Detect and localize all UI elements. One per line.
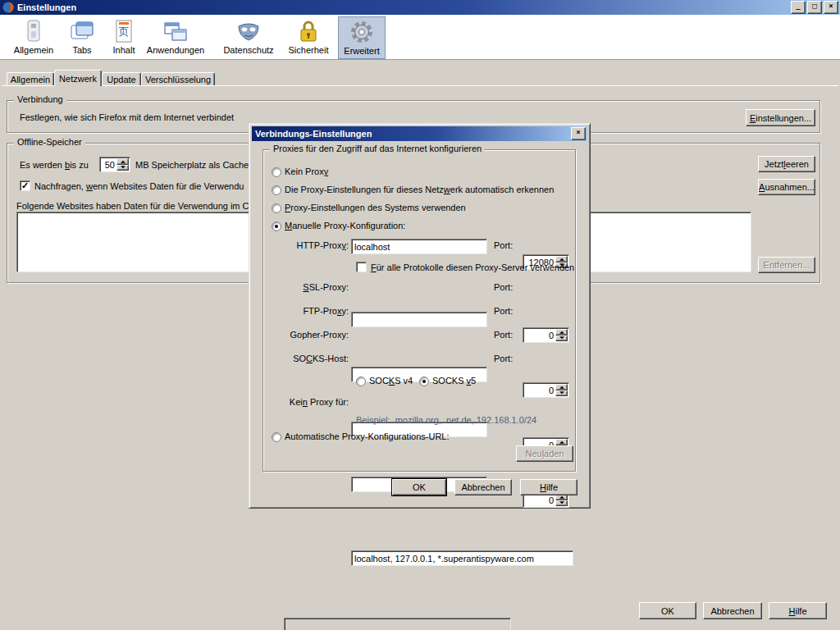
- close-button[interactable]: ×: [824, 1, 838, 14]
- no-proxy-radio[interactable]: [272, 167, 281, 177]
- spinner-down-button[interactable]: [116, 165, 129, 171]
- auto-detect-label: Die Proxy-Einstellungen für dieses Netzw…: [285, 185, 554, 194]
- cache-size-label-prefix: Es werden bis zu: [20, 160, 89, 170]
- clear-cache-button[interactable]: Jetzt leeren: [758, 156, 815, 172]
- spinner-up-button[interactable]: [116, 158, 129, 165]
- ask-storage-checkbox[interactable]: ✓: [20, 180, 30, 191]
- system-proxy-label: Proxy-Einstellungen des Systems verwende…: [285, 203, 466, 212]
- tab-update[interactable]: Update: [102, 72, 141, 85]
- dialog-ok-button[interactable]: OK: [392, 479, 446, 495]
- spinner-down-button[interactable]: [555, 336, 568, 342]
- ssl-port-label: Port:: [494, 282, 513, 292]
- main-help-button[interactable]: Hilfe: [769, 602, 827, 619]
- tab-panel-top-edge: [2, 85, 838, 86]
- spinner-down-button[interactable]: [555, 500, 568, 507]
- toolbar-item-sicherheit[interactable]: Sicherheit: [283, 16, 334, 59]
- auto-url-label: Automatische Proxy-Konfigurations-URL:: [285, 431, 450, 441]
- no-proxy-for-input[interactable]: localhost, 127.0.0.1, *.superantispyware…: [351, 550, 573, 566]
- toolbar-item-allgemein[interactable]: Allgemein: [8, 16, 59, 59]
- proxy-group-legend: Proxies für den Zugriff auf das Internet…: [270, 144, 485, 153]
- spinner-up-button[interactable]: [555, 256, 568, 262]
- content-icon: 页: [111, 18, 137, 44]
- ftp-port-spinner[interactable]: [555, 384, 568, 396]
- toolbar-label: Tabs: [72, 45, 91, 55]
- toolbar-label: Anwendungen: [147, 45, 204, 55]
- connection-description: Festlegen, wie sich Firefox mit dem Inte…: [20, 112, 234, 122]
- check-icon: ✓: [21, 180, 29, 190]
- toolbar-label: Inhalt: [113, 45, 135, 55]
- firefox-logo-icon: [2, 2, 14, 13]
- socks-port-spinner[interactable]: [555, 494, 568, 506]
- tab-allgemein[interactable]: Allgemein: [7, 72, 54, 85]
- main-ok-button[interactable]: OK: [639, 602, 696, 619]
- spinner-up-button[interactable]: [555, 439, 568, 445]
- ssl-proxy-label: SSL-Proxy:: [263, 282, 349, 292]
- tabs-icon: [69, 18, 95, 44]
- toolbar-item-anwendungen[interactable]: Anwendungen: [144, 16, 207, 59]
- no-proxy-example-note: Beispiel: .mozilla.org, .net.de, 192.168…: [356, 415, 536, 425]
- toolbar-label: Erweitert: [344, 46, 379, 56]
- auto-detect-radio[interactable]: [272, 185, 281, 195]
- http-proxy-value: localhost: [354, 242, 390, 252]
- ask-storage-label: Nachfragen, wenn Websites Daten für die …: [34, 181, 244, 191]
- manual-proxy-radio[interactable]: [272, 221, 281, 231]
- tab-label: Verschlüsselung: [145, 75, 211, 84]
- socks-v5-radio[interactable]: [419, 377, 429, 386]
- ftp-port-label: Port:: [494, 306, 513, 316]
- spinner-down-button[interactable]: [555, 390, 568, 397]
- toolbar-item-tabs[interactable]: Tabs: [59, 16, 105, 59]
- minimize-button[interactable]: _: [791, 1, 806, 14]
- connection-group-legend: Verbindung: [14, 94, 66, 104]
- ssl-port-input[interactable]: 0: [523, 327, 569, 343]
- sites-list-label: Folgende Websites haben Daten für die Ve…: [16, 201, 249, 211]
- security-lock-icon: [295, 18, 322, 44]
- main-cancel-button[interactable]: Abbrechen: [703, 602, 762, 619]
- tab-verschluesselung[interactable]: Verschlüsselung: [141, 72, 215, 85]
- window-titlebar: Einstellungen _ □ ×: [0, 0, 840, 15]
- spinner-up-button[interactable]: [555, 384, 568, 390]
- firefox-options-window: Einstellungen _ □ × Allgemein Tabs: [0, 0, 840, 630]
- tab-netzwerk[interactable]: Netzwerk: [54, 70, 102, 86]
- exceptions-button[interactable]: Ausnahmen...: [758, 179, 815, 195]
- category-toolbar: Allgemein Tabs 页 Inhalt: [0, 15, 840, 60]
- toolbar-item-erweitert[interactable]: Erweitert: [338, 16, 386, 59]
- spinner-up-button[interactable]: [555, 329, 568, 336]
- toolbar-label: Sicherheit: [289, 45, 329, 55]
- all-protocols-checkbox[interactable]: [356, 262, 367, 272]
- maximize-button[interactable]: □: [807, 1, 822, 14]
- tab-label: Allgemein: [11, 75, 50, 84]
- no-proxy-label: Kein Proxy: [285, 167, 328, 176]
- dialog-close-button[interactable]: ×: [571, 127, 586, 140]
- no-proxy-for-value: localhost, 127.0.0.1, *.superantispyware…: [354, 554, 534, 564]
- all-protocols-label: Für alle Protokolle diesen Proxy-Server …: [371, 262, 574, 272]
- toolbar-item-inhalt[interactable]: 页 Inhalt: [103, 16, 144, 59]
- system-proxy-radio[interactable]: [272, 203, 281, 213]
- dialog-title: Verbindungs-Einstellungen: [255, 129, 372, 139]
- auto-url-input: [284, 618, 511, 630]
- ssl-proxy-input[interactable]: [351, 312, 487, 327]
- dialog-help-button[interactable]: Hilfe: [520, 479, 578, 495]
- applications-icon: [162, 18, 189, 44]
- ftp-port-input[interactable]: 0: [523, 382, 569, 398]
- dialog-titlebar: Verbindungs-Einstellungen ×: [252, 126, 587, 141]
- tab-label: Netzwerk: [59, 74, 97, 84]
- window-title: Einstellungen: [17, 2, 76, 12]
- svg-text:页: 页: [119, 25, 130, 38]
- socks-host-label: SOCKS-Host:: [263, 354, 349, 363]
- tab-label: Update: [107, 75, 135, 84]
- ssl-port-spinner[interactable]: [555, 329, 568, 341]
- remove-site-button: Entfernen...: [758, 257, 815, 273]
- manual-proxy-label: Manuelle Proxy-Konfiguration:: [285, 221, 405, 231]
- http-proxy-input[interactable]: localhost: [351, 239, 487, 254]
- gopher-port-label: Port:: [494, 330, 513, 340]
- cache-size-spinner[interactable]: [116, 158, 129, 171]
- cache-size-input[interactable]: 50: [99, 157, 130, 172]
- toolbar-item-datenschutz[interactable]: Datenschutz: [217, 16, 280, 59]
- no-proxy-for-label: Kein Proxy für:: [263, 397, 349, 407]
- socks-port-label: Port:: [494, 354, 513, 363]
- auto-url-radio[interactable]: [272, 432, 281, 442]
- connection-settings-button[interactable]: Einstellungen...: [746, 109, 815, 126]
- ftp-proxy-label: FTP-Proxy:: [263, 306, 349, 316]
- socks-v4-radio[interactable]: [356, 377, 366, 386]
- dialog-cancel-button[interactable]: Abbrechen: [454, 479, 512, 495]
